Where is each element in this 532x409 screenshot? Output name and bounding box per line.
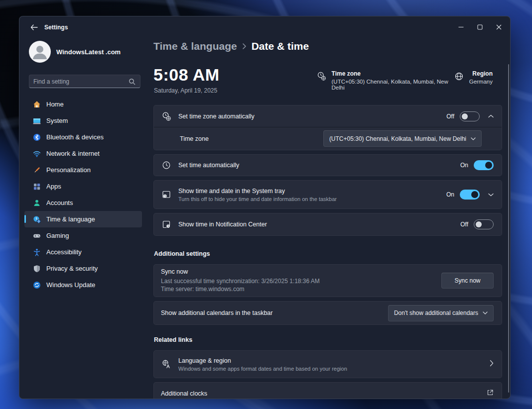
- sidebar-item-apps[interactable]: Apps: [24, 178, 142, 195]
- scrollbar[interactable]: [508, 64, 509, 393]
- sidebar-item-privacy[interactable]: Privacy & security: [24, 260, 142, 277]
- region-info-value: Germany: [469, 79, 493, 85]
- system-icon: [33, 117, 41, 125]
- system-tray-row[interactable]: Show time and date in the System tray Tu…: [153, 180, 502, 209]
- timezone-info: Time zone (UTC+05:30) Chennai, Kolkata, …: [317, 70, 454, 91]
- sidebar-item-home[interactable]: Home: [24, 96, 142, 112]
- setting-description: Turn this off to hide your time and date…: [178, 196, 446, 202]
- sync-now-button[interactable]: Sync now: [441, 273, 494, 289]
- timezone-info-value: (UTC+05:30) Chennai, Kolkata, Mumbai, Ne…: [332, 79, 454, 91]
- toggle-state-label: On: [446, 191, 454, 198]
- external-link-icon: [487, 389, 494, 398]
- sidebar-item-bluetooth[interactable]: Bluetooth & devices: [24, 129, 142, 145]
- sidebar-item-label: Personalization: [46, 166, 91, 174]
- quick-info: Time zone (UTC+05:30) Chennai, Kolkata, …: [317, 70, 493, 91]
- sidebar-item-accessibility[interactable]: Accessibility: [24, 244, 142, 260]
- region-globe-icon: [454, 71, 464, 82]
- notification-clock-icon: [161, 219, 172, 229]
- back-button[interactable]: [25, 21, 42, 33]
- chevron-down-icon[interactable]: [488, 193, 494, 197]
- window-title: Settings: [44, 24, 68, 31]
- breadcrumb: Time & language Date & time: [153, 40, 309, 52]
- chevron-right-icon: [490, 360, 494, 369]
- sidebar-item-gaming[interactable]: Gaming: [24, 227, 142, 244]
- person-icon: [29, 41, 51, 63]
- brush-icon: [33, 166, 41, 174]
- sidebar-item-windows-update[interactable]: Windows Update: [24, 277, 142, 293]
- search-input[interactable]: [29, 78, 129, 85]
- setting-label: Set time automatically: [178, 162, 460, 169]
- timezone-info-label: Time zone: [332, 70, 454, 77]
- close-button[interactable]: [489, 19, 508, 34]
- calendars-label: Show additional calendars in the taskbar: [161, 309, 388, 316]
- calendars-dropdown[interactable]: Don't show additional calendars: [388, 305, 494, 321]
- sidebar-item-label: System: [46, 117, 68, 124]
- current-time: 5:08 AM: [153, 65, 220, 85]
- wifi-icon: [33, 150, 41, 158]
- minimize-icon: [458, 24, 464, 30]
- sidebar-item-label: Accounts: [46, 199, 73, 206]
- chevron-down-icon: [483, 311, 488, 314]
- avatar[interactable]: [29, 41, 51, 63]
- maximize-button[interactable]: [470, 19, 489, 34]
- sidebar-item-label: Time & language: [46, 215, 95, 223]
- toggle-state-label: On: [460, 162, 468, 169]
- account-name: WindowsLatest .com: [56, 48, 121, 56]
- sidebar-item-label: Privacy & security: [46, 265, 98, 272]
- sidebar-item-accounts[interactable]: Accounts: [24, 195, 142, 211]
- apps-grid-icon: [33, 183, 41, 191]
- section-title-additional-settings: Additional settings: [154, 250, 502, 258]
- notification-center-row[interactable]: Show time in Notification Center Off: [153, 213, 502, 236]
- bluetooth-icon: [33, 133, 41, 141]
- setting-label: Show time and date in the System tray: [178, 188, 446, 195]
- timezone-row-label: Time zone: [180, 135, 323, 142]
- sidebar-nav: Home System Bluetooth & devices Network …: [24, 96, 142, 293]
- timezone-auto-group: Set time zone automatically Off Time zon…: [153, 105, 502, 150]
- minimize-button[interactable]: [451, 19, 470, 34]
- set-timezone-auto-row[interactable]: Set time zone automatically Off: [154, 105, 502, 127]
- timezone-dropdown[interactable]: (UTC+05:30) Chennai, Kolkata, Mumbai, Ne…: [323, 130, 482, 147]
- chevron-down-icon: [471, 137, 476, 140]
- toggle-state-label: Off: [460, 221, 468, 228]
- time-language-icon: [33, 215, 41, 223]
- calendars-dropdown-value: Don't show additional calendars: [394, 309, 478, 316]
- sidebar-item-label: Gaming: [46, 232, 69, 239]
- sidebar-item-time-language[interactable]: Time & language: [24, 211, 142, 227]
- shield-icon: [33, 265, 41, 273]
- back-arrow-icon: [30, 24, 38, 30]
- region-info: Region Germany: [454, 70, 493, 91]
- breadcrumb-parent[interactable]: Time & language: [153, 40, 237, 52]
- notification-center-toggle[interactable]: [474, 219, 494, 229]
- settings-window: Settings WindowsLatest .com Home System …: [19, 16, 511, 399]
- timezone-auto-icon: [161, 111, 172, 121]
- home-icon: [33, 101, 41, 108]
- breadcrumb-current: Date & time: [252, 40, 309, 52]
- additional-clocks-link[interactable]: Additional clocks: [153, 382, 502, 399]
- sidebar-item-network[interactable]: Network & internet: [24, 145, 142, 162]
- sidebar-item-personalization[interactable]: Personalization: [24, 162, 142, 178]
- set-timezone-auto-toggle[interactable]: [460, 111, 480, 121]
- set-time-auto-row[interactable]: Set time automatically On: [153, 154, 502, 176]
- setting-label: Set time zone automatically: [178, 113, 446, 120]
- toggle-state-label: Off: [446, 113, 454, 120]
- update-icon: [33, 281, 41, 289]
- sync-now-label: Sync now: [161, 268, 441, 275]
- chevron-up-icon[interactable]: [488, 114, 494, 118]
- sidebar-item-label: Home: [46, 101, 64, 108]
- sidebar-item-system[interactable]: System: [24, 112, 142, 129]
- sidebar-item-label: Bluetooth & devices: [46, 133, 104, 141]
- clock-icon: [161, 160, 172, 170]
- timezone-globe-clock-icon: [317, 71, 327, 82]
- search-box[interactable]: [29, 75, 140, 88]
- region-info-label: Region: [469, 70, 493, 77]
- settings-content: Set time zone automatically Off Time zon…: [153, 105, 502, 399]
- setting-label: Show time in Notification Center: [178, 221, 460, 228]
- search-icon[interactable]: [129, 78, 135, 85]
- sync-now-row: Sync now Last successful time synchroniz…: [153, 264, 502, 297]
- close-icon: [496, 24, 502, 30]
- language-region-link[interactable]: Language & region Windows and some apps …: [153, 350, 502, 378]
- system-tray-toggle[interactable]: [460, 190, 480, 200]
- sidebar-item-label: Network & internet: [46, 150, 100, 157]
- current-date: Saturday, April 19, 2025: [154, 87, 217, 94]
- set-time-auto-toggle[interactable]: [474, 160, 494, 170]
